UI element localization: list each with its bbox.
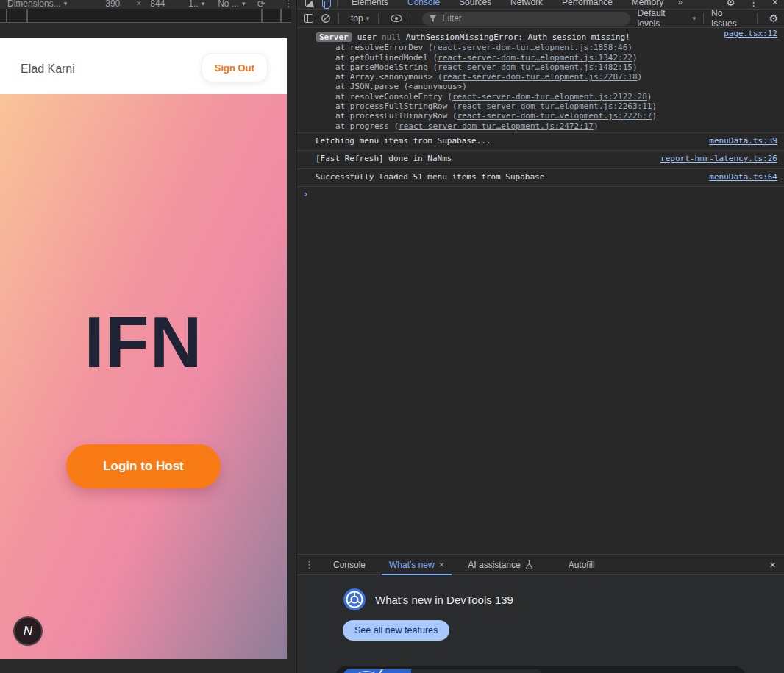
nextjs-dev-badge[interactable]: N	[13, 616, 43, 646]
console-prompt[interactable]: ›	[297, 186, 784, 199]
stack-link[interactable]: react-server-dom-tur…elopment.js:1482:15	[438, 63, 632, 72]
stack-text: at resolveConsoleEntry (	[335, 92, 452, 102]
screenshot-root: Dimensions... ▾ 390 × 844 1.. ▾ No ... ▾…	[0, 0, 784, 673]
tab-sources[interactable]: Sources	[449, 0, 501, 10]
stack-frame: at progress (react-server-dom-tur…elopme…	[297, 121, 784, 131]
sign-out-button[interactable]: Sign Out	[202, 53, 268, 82]
source-link[interactable]: menuData.ts:64	[709, 172, 777, 182]
console-log-area: Serveruser null AuthSessionMissingError:…	[297, 28, 784, 554]
drawer-close-icon[interactable]: ×	[760, 558, 784, 571]
console-settings-gear-icon[interactable]: ⚙	[762, 13, 784, 24]
tab-performance[interactable]: Performance	[552, 0, 622, 10]
divider	[410, 13, 410, 24]
log-levels-select[interactable]: Default levels	[638, 8, 690, 29]
emulated-page-viewport: Elad Karni Sign Out IFN Login to Host N	[0, 38, 287, 659]
console-filter-input[interactable]: Filter	[422, 12, 630, 26]
devtools-drawer: ⋮ Console What's new × AI assistance Aut…	[297, 554, 784, 673]
dimensions-select[interactable]: Dimensions...	[7, 0, 61, 9]
ruler-tick	[26, 9, 28, 23]
feature-thumbnail-row	[343, 669, 542, 673]
drawer-tab-autofill[interactable]: Autofill	[561, 555, 602, 575]
filter-funnel-icon	[429, 15, 437, 23]
stack-frame: at processFullBinaryRow (react-server-do…	[297, 111, 784, 121]
stack-link[interactable]: react-server-dom-tur…elopment.js:1342:22	[438, 53, 632, 63]
feature-thumbnail-image	[343, 669, 411, 673]
device-toolbar-toggle-icon[interactable]	[321, 0, 332, 8]
rotate-device-icon[interactable]: ⟳	[257, 0, 265, 9]
filter-placeholder: Filter	[442, 13, 462, 24]
drawer-tab-console[interactable]: Console	[326, 555, 373, 575]
tab-close-icon[interactable]: ×	[439, 559, 445, 570]
inspect-element-icon[interactable]	[303, 0, 315, 8]
chrome-devtools-logo-icon	[343, 588, 366, 611]
drawer-tab-label: What's new	[389, 560, 435, 570]
viewport-width-field[interactable]: 390	[105, 0, 120, 9]
drawer-menu-icon[interactable]: ⋮	[297, 559, 321, 570]
whats-new-panel: What's new in DevTools 139 See all new f…	[297, 576, 784, 673]
stack-link[interactable]: react-server-dom-tur…elopment.js:2287:18	[443, 72, 638, 82]
stack-link[interactable]: react-server-dom-tur…velopment.js:2226:7	[457, 111, 652, 121]
divider	[703, 13, 704, 24]
drawer-tab-label: Console	[333, 560, 366, 570]
prompt-chevron-icon: ›	[303, 188, 309, 199]
stack-text: )	[632, 63, 638, 72]
whats-new-heading: What's new in DevTools 139	[375, 594, 513, 606]
chevron-down-icon: ▾	[64, 0, 68, 7]
viewport-height-field[interactable]: 844	[150, 0, 165, 9]
stack-frame: at JSON.parse (<anonymous>)	[297, 82, 784, 91]
stack-text: at parseModelString (	[335, 63, 438, 72]
devtools-menu-icon[interactable]: ⋮	[742, 0, 766, 8]
null-token: null	[382, 32, 402, 42]
app-header: Elad Karni Sign Out	[0, 38, 287, 94]
throttling-select[interactable]: No ...	[218, 0, 239, 9]
stack-frame: at getOutlinedModel (react-server-dom-tu…	[297, 53, 784, 63]
stack-link[interactable]: react-server-dom-tur…elopment.js:2263:11	[457, 102, 652, 111]
tab-network[interactable]: Network	[501, 0, 552, 10]
chevron-down-icon: ▾	[692, 15, 696, 22]
devtools-close-icon[interactable]: ×	[766, 0, 784, 8]
clear-console-glyph	[321, 13, 331, 24]
stack-text: at JSON.parse (<anonymous>)	[335, 82, 467, 91]
stack-text: )	[652, 102, 657, 111]
chevron-down-icon: ▾	[366, 15, 370, 22]
stack-frame: at Array.<anonymous> (react-server-dom-t…	[297, 72, 784, 82]
source-link[interactable]: page.tsx:12	[724, 29, 777, 38]
stack-text: )	[627, 43, 632, 52]
login-to-host-button[interactable]: Login to Host	[66, 444, 221, 488]
clear-console-icon[interactable]	[321, 13, 331, 24]
stack-frame: at resolveConsoleEntry (react-server-dom…	[297, 92, 784, 102]
stack-link[interactable]: react-server-dom-tur…elopment.js:2122:28	[452, 92, 647, 102]
tab-elements[interactable]: Elements	[342, 0, 398, 10]
device-toolbar: Dimensions... ▾ 390 × 844 1.. ▾ No ... ▾…	[0, 0, 296, 9]
console-log-message: Successfully loaded 51 menu items from S…	[297, 168, 784, 185]
stack-text: at getOutlinedModel (	[335, 53, 438, 63]
stack-link[interactable]: react-server-dom-tur…elopment.js:1858:46	[432, 43, 627, 52]
console-sidebar-toggle-icon[interactable]	[304, 14, 313, 23]
execution-context-select[interactable]: top	[351, 13, 363, 24]
tab-console[interactable]: Console	[398, 0, 449, 10]
drawer-tabbar: ⋮ Console What's new × AI assistance Aut…	[297, 555, 784, 575]
drawer-tab-whats-new[interactable]: What's new ×	[382, 555, 452, 575]
issues-counter[interactable]: No Issues	[711, 8, 749, 29]
zoom-select[interactable]: 1..	[188, 0, 198, 9]
stack-text: )	[632, 53, 638, 63]
error-prefix: user	[357, 32, 377, 42]
source-link[interactable]: report-hmr-latency.ts:26	[660, 154, 777, 163]
user-name-label: Elad Karni	[21, 63, 75, 76]
log-text: Fetching menu items from Supabase...	[316, 136, 491, 146]
source-link[interactable]: menuData.ts:39	[709, 136, 777, 146]
whats-new-feature-card[interactable]	[335, 666, 746, 673]
see-all-new-features-button[interactable]: See all new features	[343, 620, 449, 641]
divider	[337, 0, 338, 7]
stack-link[interactable]: react-server-dom-tur…elopment.js:2472:17	[399, 121, 594, 131]
more-tabs-icon[interactable]: »	[673, 0, 687, 7]
stack-text: )	[594, 121, 599, 131]
device-toolbar-more-icon[interactable]: ⋮	[284, 0, 293, 9]
settings-gear-icon[interactable]: ⚙	[719, 0, 742, 8]
whats-new-header: What's new in DevTools 139	[343, 588, 513, 611]
drawer-tab-ai-assistance[interactable]: AI assistance	[460, 555, 540, 575]
console-log-message: Fetching menu items from Supabase... men…	[297, 132, 784, 149]
stack-text: )	[638, 72, 643, 82]
chevron-down-icon: ▾	[202, 0, 205, 7]
live-expression-eye-icon[interactable]	[391, 14, 402, 23]
